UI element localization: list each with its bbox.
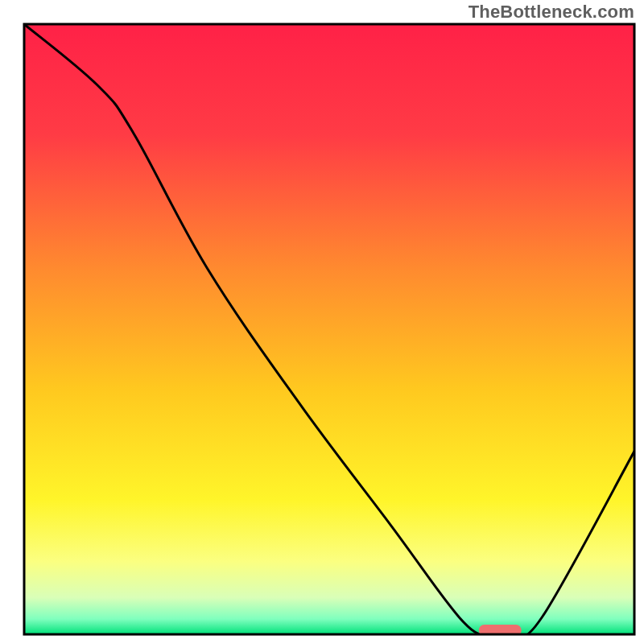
- gradient-background: [24, 24, 634, 634]
- watermark-label: TheBottleneck.com: [469, 2, 634, 23]
- chart-container: TheBottleneck.com: [0, 0, 644, 644]
- bottleneck-plot: [0, 0, 644, 644]
